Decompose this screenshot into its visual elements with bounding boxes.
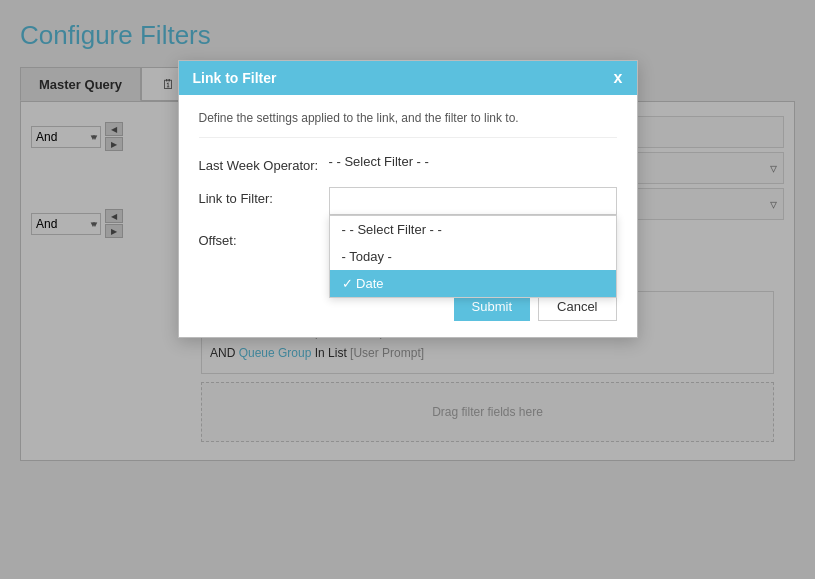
link-filter-menu: - - Select Filter - - - Today - ✓ Date: [329, 215, 617, 298]
dropdown-item-select[interactable]: - - Select Filter - -: [330, 216, 616, 243]
operator-control: - - Select Filter - -: [329, 154, 617, 169]
modal-close-button[interactable]: x: [614, 69, 623, 87]
link-filter-trigger[interactable]: [329, 187, 617, 215]
modal-header: Link to Filter x: [179, 61, 637, 95]
offset-label: Offset:: [199, 229, 329, 248]
operator-value: - - Select Filter - -: [329, 150, 429, 169]
modal-title: Link to Filter: [193, 70, 277, 86]
operator-label: Last Week Operator:: [199, 154, 329, 173]
dropdown-item-date[interactable]: ✓ Date: [330, 270, 616, 297]
link-to-filter-modal: Link to Filter x Define the settings app…: [178, 60, 638, 338]
dropdown-item-today[interactable]: - Today -: [330, 243, 616, 270]
operator-field: Last Week Operator: - - Select Filter - …: [199, 154, 617, 173]
modal-body: Define the settings applied to the link,…: [179, 95, 637, 282]
link-to-filter-field: Link to Filter: - - Select Filter - - - …: [199, 187, 617, 215]
modal-overlay: Link to Filter x Define the settings app…: [0, 0, 815, 579]
link-filter-dropdown[interactable]: - - Select Filter - - - Today - ✓ Date: [329, 187, 617, 215]
link-to-filter-control: - - Select Filter - - - Today - ✓ Date: [329, 187, 617, 215]
link-to-filter-label: Link to Filter:: [199, 187, 329, 206]
modal-description: Define the settings applied to the link,…: [199, 111, 617, 138]
